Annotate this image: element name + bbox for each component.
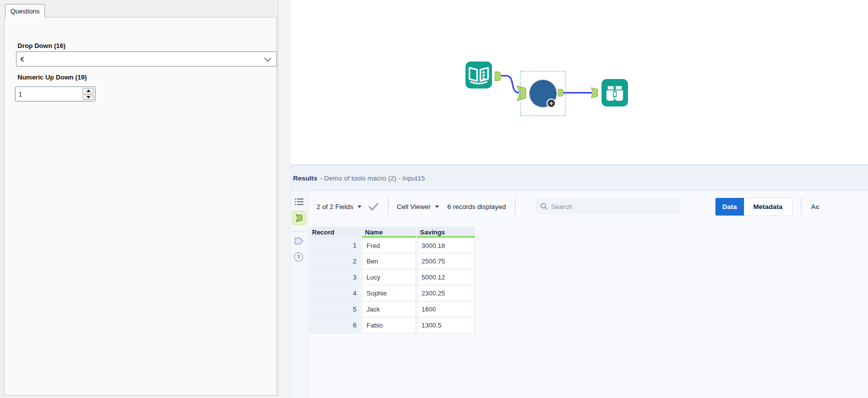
records-displayed-label: 6 records displayed — [448, 203, 506, 210]
macro-input-tool[interactable] — [466, 62, 492, 88]
search-input[interactable] — [536, 198, 680, 214]
numeric-stepper — [82, 88, 94, 100]
arrow-up-icon — [86, 90, 90, 92]
results-panel: Results - Demo of tools macro (2) - Inpu… — [290, 166, 868, 398]
cell-record[interactable]: 3 — [309, 270, 361, 286]
questions-content-box: Drop Down (16) € Numeric Up Down (19) 1 — [4, 17, 277, 396]
cell-savings[interactable]: 5000.12 — [417, 270, 475, 286]
data-metadata-toggle: Data Metadata — [716, 198, 792, 216]
cell-name[interactable]: Lucy — [362, 270, 416, 286]
cell-name[interactable]: Ben — [362, 254, 416, 270]
stepper-down-button[interactable] — [82, 94, 94, 100]
cell-record[interactable]: 2 — [309, 254, 361, 270]
tab-questions-label: Questions — [10, 8, 40, 15]
column-header-record[interactable]: Record — [309, 226, 361, 238]
data-quality-bar — [362, 236, 416, 238]
help-icon[interactable]: ? — [294, 252, 303, 262]
cell-record[interactable]: 4 — [309, 286, 361, 302]
apply-checkmark-icon[interactable] — [368, 202, 379, 211]
column-header-name[interactable]: Name — [362, 226, 416, 238]
cell-viewer-dropdown[interactable]: Cell Viewer — [397, 203, 439, 210]
cell-viewer-label: Cell Viewer — [397, 203, 431, 210]
cell-record[interactable]: 1 — [309, 238, 361, 254]
actions-label-clipped[interactable]: Ac — [811, 203, 820, 210]
table-row[interactable]: 5 Jack 1600 — [309, 302, 475, 318]
panel-splitter[interactable] — [279, 0, 290, 398]
cell-name[interactable]: Fred — [362, 238, 416, 254]
cell-name[interactable]: Fabio — [362, 318, 416, 334]
table-row[interactable]: 2 Ben 2500.75 — [309, 254, 475, 270]
numeric-updown-field[interactable]: 1 — [15, 86, 96, 102]
results-table: Record Name Savings 1 Fred 3000.18 2 Ben… — [308, 226, 476, 334]
cell-record[interactable]: 6 — [309, 318, 361, 334]
plus-badge-icon: + — [546, 98, 556, 108]
results-list-icon[interactable] — [294, 198, 304, 206]
browse-tool[interactable] — [602, 79, 628, 106]
currency-dropdown-value: € — [20, 56, 24, 63]
results-header: Results - Demo of tools macro (2) - Inpu… — [290, 166, 868, 191]
cell-name[interactable]: Sophie — [362, 286, 416, 302]
data-quality-bar — [417, 236, 475, 238]
results-icon-strip: ? — [290, 191, 308, 398]
metadata-tab-label: Metadata — [753, 203, 782, 210]
help-glyph: ? — [297, 254, 300, 260]
toolbar-divider — [801, 198, 802, 215]
results-toolbar: 2 of 2 Fields Cell Viewer 6 records disp… — [308, 197, 820, 216]
cell-savings[interactable]: 2300.25 — [417, 286, 475, 302]
toolbar-divider — [388, 198, 388, 215]
caret-down-icon — [358, 206, 362, 208]
questions-panel: Questions Drop Down (16) € Numeric Up Do… — [0, 0, 278, 398]
fields-dropdown-label: 2 of 2 Fields — [316, 203, 354, 210]
connection-wires — [290, 0, 868, 164]
strip-divider — [293, 231, 305, 232]
arrow-down-icon — [86, 96, 90, 98]
results-subtitle: - Demo of tools macro (2) - Input15 — [320, 174, 425, 182]
table-row[interactable]: 1 Fred 3000.18 — [309, 238, 475, 254]
cell-savings[interactable]: 2500.75 — [417, 254, 475, 270]
toolbar-divider — [515, 198, 516, 215]
stepper-up-button[interactable] — [82, 88, 94, 94]
metadata-tag-icon[interactable] — [294, 236, 304, 246]
connection-anchor-icon — [294, 214, 304, 222]
dropdown-label: Drop Down (16) — [18, 42, 66, 50]
fields-dropdown[interactable]: 2 of 2 Fields — [316, 203, 362, 210]
cell-savings[interactable]: 3000.18 — [417, 238, 475, 254]
cell-record[interactable]: 5 — [309, 302, 361, 318]
results-title: Results — [293, 174, 318, 182]
plus-glyph: + — [550, 100, 554, 106]
connection-view-button[interactable] — [292, 211, 306, 225]
cell-savings[interactable]: 1300.5 — [417, 318, 475, 334]
numeric-updown-value: 1 — [18, 90, 22, 98]
binoculars-icon — [602, 79, 628, 106]
data-tab-label: Data — [722, 203, 737, 210]
results-body: ? 2 of 2 Fields Cell Viewer 6 records di… — [290, 191, 868, 398]
table-row[interactable]: 3 Lucy 5000.12 — [309, 270, 475, 286]
currency-dropdown[interactable]: € — [16, 52, 277, 66]
table-header-row: Record Name Savings — [309, 226, 475, 238]
cell-savings[interactable]: 1600 — [417, 302, 475, 318]
cell-name[interactable]: Jack — [362, 302, 416, 318]
caret-down-icon — [435, 206, 439, 208]
workflow-canvas[interactable]: + — [290, 0, 868, 165]
open-book-icon — [466, 62, 492, 88]
table-row[interactable]: 6 Fabio 1300.5 — [309, 318, 475, 334]
table-row[interactable]: 4 Sophie 2300.25 — [309, 286, 475, 302]
column-header-savings[interactable]: Savings — [417, 226, 475, 238]
macro-input-output-anchor[interactable] — [495, 72, 500, 81]
wire-input-to-macro[interactable] — [501, 76, 519, 93]
numeric-updown-label: Numeric Up Down (19) — [18, 74, 87, 81]
metadata-tab-button[interactable]: Metadata — [744, 198, 792, 216]
tab-questions[interactable]: Questions — [5, 4, 45, 18]
data-tab-button[interactable]: Data — [716, 198, 744, 216]
chevron-down-icon — [264, 58, 272, 62]
search-box — [536, 198, 680, 214]
